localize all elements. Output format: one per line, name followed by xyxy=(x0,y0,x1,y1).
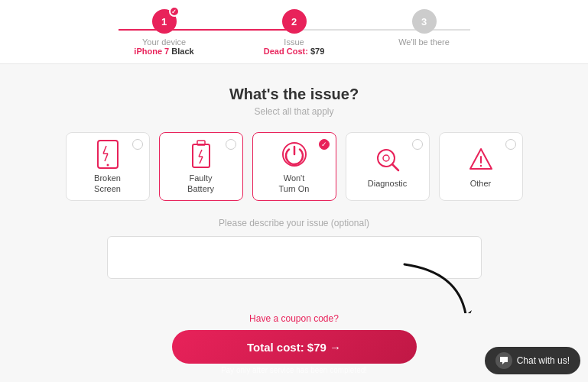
step-3-label: We'll be there xyxy=(398,37,450,47)
card-label-broken-screen: BrokenScreen xyxy=(94,173,121,195)
step-1-check: ✓ xyxy=(169,6,180,17)
svg-point-15 xyxy=(479,165,481,167)
svg-line-13 xyxy=(392,164,398,170)
step-1-circle: 1 ✓ xyxy=(152,9,177,34)
card-label-wont-turn-on: Won'tTurn On xyxy=(279,173,310,195)
issue-title: What's the issue? xyxy=(46,86,542,103)
svg-rect-5 xyxy=(193,144,210,167)
chat-icon xyxy=(495,352,512,369)
card-label-diagnostic: Diagnostic xyxy=(368,178,407,189)
wont-turn-on-icon xyxy=(281,141,308,168)
faulty-battery-icon xyxy=(187,141,215,168)
step-1-sub: iPhone 7 Black xyxy=(134,47,193,56)
card-radio-wont-turn-on xyxy=(319,139,330,150)
step-2-circle: 2 xyxy=(282,9,307,34)
stepper-steps: 1 ✓ Your device iPhone 7 Black 2 Issue D… xyxy=(119,9,470,63)
card-faulty-battery[interactable]: FaultyBattery xyxy=(159,132,243,201)
describe-textarea[interactable] xyxy=(107,236,482,279)
step-1: 1 ✓ Your device iPhone 7 Black xyxy=(119,9,210,56)
step-2-label: Issue xyxy=(284,37,304,47)
cta-wrapper: Total cost: $79 → Pay only after service… xyxy=(172,330,417,374)
svg-line-7 xyxy=(199,150,202,157)
chat-label: Chat with us! xyxy=(517,355,570,366)
coupon-link[interactable]: Have a coupon code? xyxy=(249,313,339,324)
issue-subtitle: Select all that apply xyxy=(46,106,542,117)
issue-cards-row: BrokenScreen FaultyBattery xyxy=(46,132,542,201)
broken-screen-icon xyxy=(94,141,122,168)
stepper-track-fill xyxy=(119,29,294,31)
card-radio-broken-screen xyxy=(132,139,143,150)
svg-line-9 xyxy=(200,157,203,163)
svg-line-3 xyxy=(105,154,108,161)
other-icon xyxy=(467,146,495,173)
card-radio-diagnostic xyxy=(412,139,423,150)
step-1-label: Your device xyxy=(142,37,186,47)
card-wont-turn-on[interactable]: Won'tTurn On xyxy=(252,132,336,201)
card-radio-other xyxy=(505,139,516,150)
card-diagnostic[interactable]: Diagnostic xyxy=(346,132,430,201)
step-3: 3 We'll be there xyxy=(378,9,470,56)
diagnostic-icon xyxy=(374,146,401,173)
svg-line-1 xyxy=(103,146,106,154)
card-label-other: Other xyxy=(470,178,492,189)
svg-point-4 xyxy=(106,163,109,166)
card-label-faulty-battery: FaultyBattery xyxy=(187,173,214,195)
card-broken-screen[interactable]: BrokenScreen xyxy=(66,132,150,201)
cta-button[interactable]: Total cost: $79 → xyxy=(172,330,417,364)
chat-bubble[interactable]: Chat with us! xyxy=(485,347,580,374)
step-3-circle: 3 xyxy=(412,9,437,34)
step-2-sub: Dead Cost: $79 xyxy=(264,47,325,56)
cta-sub: Pay only after service has been complete… xyxy=(221,366,367,374)
step-2: 2 Issue Dead Cost: $79 xyxy=(249,9,340,56)
main-content: What's the issue? Select all that apply … xyxy=(0,64,588,279)
svg-point-12 xyxy=(383,155,389,161)
stepper-bar: 1 ✓ Your device iPhone 7 Black 2 Issue D… xyxy=(0,0,588,64)
describe-label: Please describe your issue (optional) xyxy=(46,218,542,228)
card-radio-faulty-battery xyxy=(226,139,236,150)
card-other[interactable]: Other xyxy=(439,132,523,201)
cta-label: Total cost: $79 → xyxy=(247,341,341,354)
